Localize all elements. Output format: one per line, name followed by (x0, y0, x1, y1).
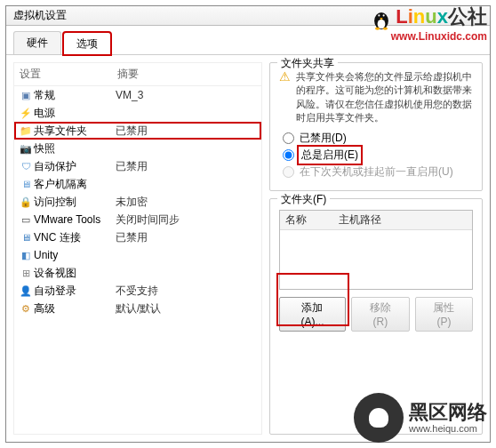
device-row-autologin[interactable]: 👤 自动登录 不受支持 (14, 282, 261, 300)
device-name: 设备视图 (34, 266, 116, 281)
group-title-sharing: 文件夹共享 (277, 56, 338, 71)
device-summary: 不受支持 (116, 284, 258, 299)
device-name: 自动保护 (34, 159, 116, 174)
remove-button: 移除(R) (351, 297, 410, 332)
device-summary: 未加密 (116, 195, 258, 210)
radio-disabled[interactable]: 已禁用(D) (283, 131, 473, 146)
tab-options[interactable]: 选项 (63, 32, 111, 55)
device-view-icon: ⊞ (18, 268, 34, 279)
vnc-icon: 🖥 (18, 232, 34, 243)
folder-sharing-group: 文件夹共享 ⚠ 共享文件夹会将您的文件显示给虚拟机中的程序。这可能为您的计算机和… (269, 62, 483, 191)
header-summary: 摘要 (117, 67, 139, 82)
radio-always[interactable]: 总是启用(E) (283, 148, 473, 163)
advanced-icon: ⚙ (18, 303, 34, 315)
options-panel: 文件夹共享 ⚠ 共享文件夹会将您的文件显示给虚拟机中的程序。这可能为您的计算机和… (269, 62, 483, 435)
access-icon: 🔒 (18, 196, 34, 208)
device-summary: 关闭时间同步 (116, 212, 258, 228)
vmtools-icon: ▭ (18, 214, 34, 226)
radio-disabled-input[interactable] (283, 132, 294, 144)
device-row-advanced[interactable]: ⚙ 高级 默认/默认 (14, 300, 261, 317)
device-name: 常规 (34, 88, 116, 103)
properties-button: 属性(P) (415, 297, 473, 332)
settings-window: 虚拟机设置 硬件 选项 设置 摘要 ▣ 常规 VM_3 ⚡ 电源 (5, 5, 491, 443)
device-row-unity[interactable]: ◧ Unity (14, 246, 261, 264)
tab-hardware[interactable]: 硬件 (13, 31, 61, 54)
folder-list[interactable]: 名称 主机路径 (279, 210, 473, 290)
device-name: 自动登录 (34, 284, 116, 299)
content-area: 设置 摘要 ▣ 常规 VM_3 ⚡ 电源 📁 共享文件夹 已禁用 (6, 55, 490, 442)
device-row-guest-isolation[interactable]: 🖥 客户机隔离 (14, 175, 261, 193)
radio-until-next-input (283, 166, 294, 178)
device-name: VMware Tools (34, 213, 116, 226)
folder-buttons: 添加(A)... 移除(R) 属性(P) (279, 297, 473, 332)
group-title-folders: 文件夹(F) (277, 192, 330, 207)
device-name: 共享文件夹 (34, 124, 116, 139)
device-row-vnc[interactable]: 🖥 VNC 连接 已禁用 (14, 228, 261, 246)
device-header: 设置 摘要 (14, 63, 261, 86)
folders-group: 文件夹(F) 名称 主机路径 添加(A)... 移除(R) 属性(P) (269, 198, 483, 435)
device-name: Unity (34, 249, 116, 261)
radio-until-next: 在下次关机或挂起前一直启用(U) (283, 164, 473, 180)
device-summary: 已禁用 (116, 159, 258, 174)
window-title: 虚拟机设置 (13, 8, 67, 23)
device-panel: 设置 摘要 ▣ 常规 VM_3 ⚡ 电源 📁 共享文件夹 已禁用 (13, 62, 262, 435)
device-summary: 已禁用 (116, 124, 258, 139)
folder-col-name: 名称 (285, 212, 339, 228)
autologin-icon: 👤 (18, 285, 34, 297)
device-name: 电源 (34, 106, 116, 121)
window-titlebar: 虚拟机设置 (6, 6, 490, 26)
device-row-snapshot[interactable]: 📷 快照 (14, 140, 261, 157)
device-list: ▣ 常规 VM_3 ⚡ 电源 📁 共享文件夹 已禁用 📷 快照 (14, 86, 261, 317)
device-name: VNC 连接 (34, 230, 116, 245)
device-row-shared-folders[interactable]: 📁 共享文件夹 已禁用 (14, 122, 261, 140)
device-summary: VM_3 (116, 89, 258, 101)
add-button[interactable]: 添加(A)... (279, 297, 346, 332)
header-device: 设置 (20, 67, 117, 82)
autoprotect-icon: 🛡 (18, 161, 34, 172)
folder-list-header: 名称 主机路径 (280, 211, 472, 230)
radio-always-input[interactable] (283, 149, 294, 161)
radio-until-next-label: 在下次关机或挂起前一直启用(U) (300, 164, 453, 180)
radio-disabled-label: 已禁用(D) (300, 131, 347, 146)
device-row-power[interactable]: ⚡ 电源 (14, 104, 261, 122)
snapshot-icon: 📷 (18, 143, 34, 155)
folder-col-path: 主机路径 (339, 212, 381, 228)
device-summary: 默认/默认 (116, 301, 258, 316)
device-row-general[interactable]: ▣ 常规 VM_3 (14, 86, 261, 104)
unity-icon: ◧ (18, 250, 34, 261)
device-name: 高级 (34, 301, 116, 316)
device-name: 访问控制 (34, 195, 116, 210)
radio-always-label: 总是启用(E) (300, 148, 360, 163)
device-row-access[interactable]: 🔒 访问控制 未加密 (14, 193, 261, 211)
device-summary: 已禁用 (116, 230, 258, 245)
tab-bar: 硬件 选项 (6, 26, 490, 55)
shared-folder-icon: 📁 (18, 125, 34, 137)
general-icon: ▣ (18, 90, 34, 101)
warning-icon: ⚠ (279, 70, 291, 83)
device-row-device-view[interactable]: ⊞ 设备视图 (14, 264, 261, 282)
warning-row: ⚠ 共享文件夹会将您的文件显示给虚拟机中的程序。这可能为您的计算机和数据带来风险… (279, 70, 473, 125)
warning-text: 共享文件夹会将您的文件显示给虚拟机中的程序。这可能为您的计算机和数据带来风险。请… (296, 70, 473, 125)
device-row-vmtools[interactable]: ▭ VMware Tools 关闭时间同步 (14, 211, 261, 228)
device-row-autoprotect[interactable]: 🛡 自动保护 已禁用 (14, 157, 261, 175)
power-icon: ⚡ (18, 108, 34, 119)
device-name: 客户机隔离 (34, 177, 116, 192)
device-name: 快照 (34, 141, 116, 156)
guest-isolation-icon: 🖥 (18, 179, 34, 189)
